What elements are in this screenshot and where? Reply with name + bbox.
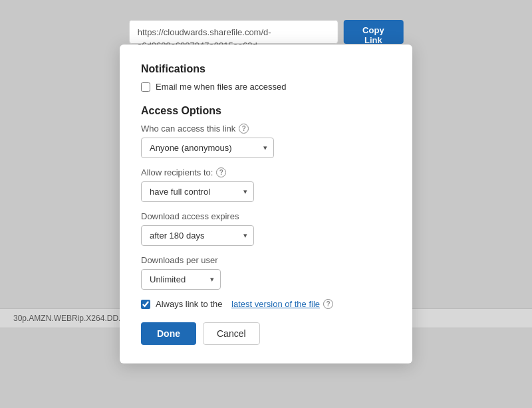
- who-can-access-select-wrapper: Anyone (anonymous) Only specific people …: [141, 138, 274, 158]
- download-expires-group: Download access expires after 180 days a…: [141, 211, 391, 246]
- download-expires-label: Download access expires: [141, 211, 391, 221]
- always-link-help-icon: ?: [323, 299, 333, 309]
- modal-overlay: Notifications Email me when files are ac…: [0, 0, 532, 408]
- downloads-per-user-select[interactable]: Unlimited 1 5 10: [141, 269, 221, 290]
- downloads-per-user-group: Downloads per user Unlimited 1 5 10 ▾: [141, 255, 391, 290]
- downloads-per-user-label: Downloads per user: [141, 255, 391, 265]
- always-link-label: Always link to the latest version of the…: [156, 299, 333, 309]
- allow-recipients-help-icon: ?: [216, 167, 226, 177]
- who-can-access-select[interactable]: Anyone (anonymous) Only specific people …: [141, 138, 274, 158]
- notifications-section: Notifications Email me when files are ac…: [141, 63, 391, 92]
- downloads-per-user-select-wrapper: Unlimited 1 5 10 ▾: [141, 269, 221, 290]
- email-notification-row: Email me when files are accessed: [141, 82, 391, 92]
- who-can-access-label: Who can access this link ?: [141, 124, 391, 134]
- download-expires-select[interactable]: after 180 days after 30 days after 7 day…: [141, 225, 254, 246]
- access-options-title: Access Options: [141, 105, 391, 117]
- action-buttons: Done Cancel: [141, 322, 391, 345]
- who-can-access-help-icon: ?: [239, 124, 249, 134]
- access-options-section: Access Options Who can access this link …: [141, 105, 391, 309]
- always-link-link-text: latest version of the file: [231, 299, 320, 309]
- notifications-title: Notifications: [141, 63, 391, 75]
- allow-recipients-select[interactable]: have full control view only download onl…: [141, 181, 254, 202]
- email-notification-checkbox[interactable]: [141, 82, 150, 92]
- cancel-button[interactable]: Cancel: [203, 322, 260, 345]
- always-link-checkbox[interactable]: [141, 300, 150, 309]
- email-notification-label: Email me when files are accessed: [156, 82, 287, 92]
- who-can-access-group: Who can access this link ? Anyone (anony…: [141, 124, 391, 158]
- allow-recipients-group: Allow recipients to: ? have full control…: [141, 167, 391, 202]
- done-button[interactable]: Done: [141, 322, 196, 345]
- allow-recipients-select-wrapper: have full control view only download onl…: [141, 181, 254, 202]
- always-link-row: Always link to the latest version of the…: [141, 299, 391, 309]
- allow-recipients-label: Allow recipients to: ?: [141, 167, 391, 177]
- download-expires-select-wrapper: after 180 days after 30 days after 7 day…: [141, 225, 254, 246]
- modal-dialog: Notifications Email me when files are ac…: [120, 45, 412, 363]
